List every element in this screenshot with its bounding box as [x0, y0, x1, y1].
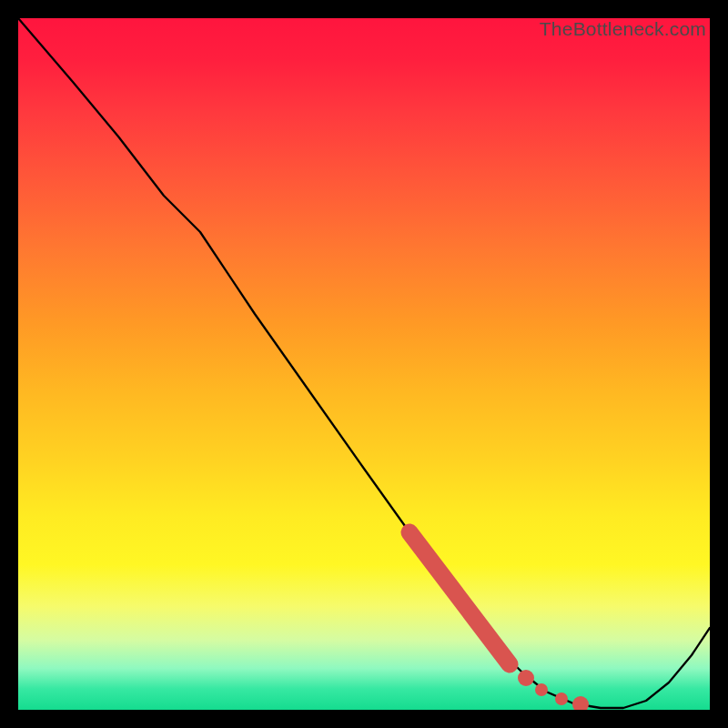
highlight-dots [518, 670, 589, 710]
chart-plot [18, 18, 710, 710]
highlight-dot [555, 693, 568, 705]
highlight-dot [518, 670, 534, 686]
watermark-label: TheBottleneck.com [540, 18, 706, 40]
highlight-segment [410, 532, 510, 664]
highlight-dot [572, 696, 589, 710]
chart-frame: TheBottleneck.com [18, 18, 710, 710]
highlight-dot [535, 683, 548, 696]
bottleneck-curve [18, 18, 710, 708]
